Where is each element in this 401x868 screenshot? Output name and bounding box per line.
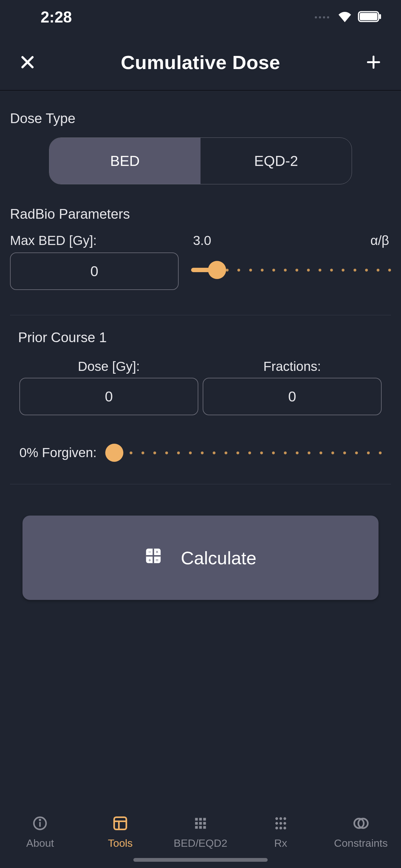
svg-rect-28	[203, 826, 206, 829]
svg-point-35	[275, 827, 278, 830]
prior-course-1: Prior Course 1 Dose [Gy]: 0 Fractions: 0…	[10, 315, 391, 484]
dots-grid-icon	[273, 815, 289, 833]
wifi-icon	[337, 11, 352, 24]
svg-rect-24	[199, 822, 202, 825]
dose-type-segmented: BED EQD-2	[49, 137, 352, 184]
ab-label: α/β	[370, 233, 389, 248]
dose-label: Dose [Gy]:	[78, 359, 140, 374]
fractions-label: Fractions:	[263, 359, 321, 374]
forgiven-slider[interactable]	[106, 443, 381, 462]
header: Cumulative Dose	[0, 34, 401, 91]
divider	[10, 484, 391, 484]
svg-text:×: ×	[156, 549, 159, 555]
cellular-dots-icon	[315, 16, 329, 19]
course-title: Prior Course 1	[18, 330, 391, 345]
svg-point-32	[275, 822, 278, 825]
svg-rect-2	[379, 14, 381, 19]
fractions-input[interactable]: 0	[203, 378, 381, 415]
calculate-icon: − × + =	[144, 547, 162, 569]
svg-rect-25	[203, 822, 206, 825]
tab-label: Rx	[274, 837, 287, 849]
svg-rect-1	[360, 13, 377, 20]
svg-text:−: −	[148, 549, 152, 555]
svg-rect-26	[195, 826, 198, 829]
tab-label: BED/EQD2	[174, 837, 227, 849]
svg-point-33	[279, 822, 282, 825]
svg-point-34	[283, 822, 286, 825]
overlap-circles-icon	[353, 815, 369, 833]
svg-text:+: +	[148, 557, 152, 562]
home-indicator	[133, 858, 268, 862]
svg-point-16	[40, 819, 41, 820]
svg-text:=: =	[156, 557, 159, 562]
svg-rect-22	[203, 818, 206, 821]
svg-rect-23	[195, 822, 198, 825]
tab-bar: About Tools BED/EQD2 Rx	[0, 793, 401, 868]
forgiven-label: 0% Forgiven:	[20, 445, 97, 460]
radbio-row: Max BED [Gy]: 0 3.0 α/β	[10, 233, 391, 290]
tab-rx[interactable]: Rx	[240, 793, 321, 849]
calculate-label: Calculate	[181, 548, 257, 568]
svg-point-30	[279, 817, 282, 820]
ab-value: 3.0	[193, 233, 211, 248]
close-button[interactable]	[18, 53, 37, 71]
svg-rect-27	[199, 826, 202, 829]
status-right	[315, 11, 382, 24]
tab-about[interactable]: About	[0, 793, 80, 849]
calculate-button[interactable]: − × + = Calculate	[23, 516, 378, 600]
dose-type-label: Dose Type	[10, 111, 391, 126]
content: Dose Type BED EQD-2 RadBio Parameters Ma…	[0, 91, 401, 600]
grid-icon	[192, 815, 209, 833]
svg-rect-20	[195, 818, 198, 821]
tab-tools[interactable]: Tools	[80, 793, 161, 849]
svg-point-29	[275, 817, 278, 820]
status-bar: 2:28	[0, 0, 401, 34]
max-bed-label: Max BED [Gy]:	[10, 233, 179, 248]
status-time: 2:28	[41, 8, 72, 26]
info-icon	[32, 815, 48, 833]
tab-constraints[interactable]: Constraints	[321, 793, 401, 849]
battery-icon	[358, 11, 382, 24]
add-button[interactable]	[364, 53, 383, 71]
radbio-label: RadBio Parameters	[10, 206, 391, 222]
tab-label: Tools	[108, 837, 133, 849]
segment-eqd2[interactable]: EQD-2	[201, 138, 352, 184]
ab-slider[interactable]	[191, 260, 391, 279]
dose-input[interactable]: 0	[20, 378, 198, 415]
svg-rect-21	[199, 818, 202, 821]
tab-label: About	[26, 837, 54, 849]
tab-bed-eqd2[interactable]: BED/EQD2	[161, 793, 241, 849]
page-title: Cumulative Dose	[121, 51, 280, 73]
svg-point-37	[283, 827, 286, 830]
svg-rect-17	[114, 817, 127, 830]
tab-label: Constraints	[334, 837, 388, 849]
svg-point-31	[283, 817, 286, 820]
svg-point-36	[279, 827, 282, 830]
max-bed-input[interactable]: 0	[10, 252, 179, 290]
layout-icon	[112, 815, 128, 833]
segment-bed[interactable]: BED	[49, 138, 201, 184]
